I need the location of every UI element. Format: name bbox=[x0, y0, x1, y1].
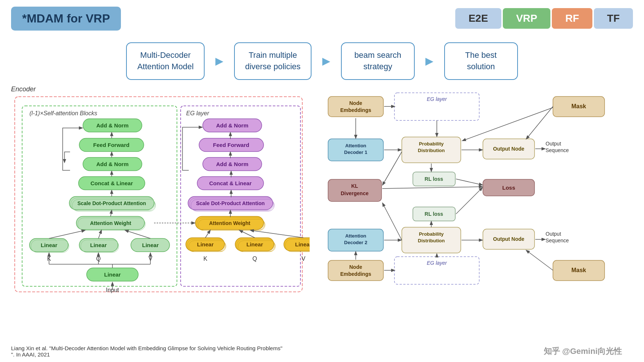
tab-e2e[interactable]: E2E bbox=[455, 8, 501, 29]
svg-text:Concat & Linear: Concat & Linear bbox=[209, 180, 251, 186]
svg-text:Linear: Linear bbox=[104, 271, 121, 277]
svg-text:Scale Dot-Product Attention: Scale Dot-Product Attention bbox=[196, 200, 265, 206]
svg-rect-123 bbox=[328, 260, 383, 281]
svg-text:Probability: Probability bbox=[419, 141, 444, 147]
svg-text:V: V bbox=[302, 255, 306, 261]
page-title: *MDAM for VRP bbox=[11, 7, 121, 31]
svg-text:Divergence: Divergence bbox=[341, 190, 369, 196]
tab-group: E2E VRP RF TF bbox=[455, 8, 633, 29]
svg-text:Distribution: Distribution bbox=[418, 148, 445, 153]
svg-text:Attention: Attention bbox=[345, 143, 366, 148]
tab-vrp[interactable]: VRP bbox=[503, 8, 551, 29]
svg-text:Add & Norm: Add & Norm bbox=[96, 122, 129, 128]
svg-text:K: K bbox=[203, 255, 208, 261]
svg-text:EG layer: EG layer bbox=[427, 96, 448, 102]
svg-text:Linear: Linear bbox=[246, 241, 263, 247]
svg-text:Embeddings: Embeddings bbox=[340, 271, 371, 277]
svg-text:Sequence: Sequence bbox=[546, 238, 569, 243]
svg-rect-3 bbox=[181, 106, 300, 286]
svg-text:Decoder 2: Decoder 2 bbox=[344, 240, 368, 245]
svg-text:Attention: Attention bbox=[345, 233, 366, 239]
svg-text:Mask: Mask bbox=[571, 267, 586, 273]
svg-text:Mask: Mask bbox=[571, 103, 586, 109]
svg-text:Scale Dot-Product Attention: Scale Dot-Product Attention bbox=[77, 200, 146, 206]
svg-text:Node: Node bbox=[349, 100, 362, 106]
flow-box-1: Multi-DecoderAttention Model bbox=[126, 42, 205, 80]
encoder-svg: (l-1)×Self-attention Blocks EG layer Add… bbox=[11, 94, 310, 296]
svg-line-141 bbox=[383, 152, 402, 185]
svg-text:Distribution: Distribution bbox=[418, 238, 445, 243]
svg-line-40 bbox=[49, 230, 85, 238]
svg-line-84 bbox=[240, 230, 255, 238]
svg-text:Add & Norm: Add & Norm bbox=[216, 161, 248, 167]
svg-text:Linear: Linear bbox=[41, 242, 57, 248]
svg-line-41 bbox=[98, 230, 101, 238]
arrow-2: ► bbox=[320, 53, 333, 69]
decoder-diagram: Node Embeddings EG layer Mask Attention … bbox=[317, 85, 644, 295]
encoder-diagram: Encoder (l-1)×Self-attention Blocks EG l… bbox=[11, 85, 310, 295]
svg-text:Node: Node bbox=[349, 264, 362, 270]
svg-text:RL loss: RL loss bbox=[425, 176, 443, 182]
flow-box-4: The bestsolution bbox=[444, 42, 518, 80]
watermark: 知乎 @Gemini向光性 bbox=[544, 346, 622, 357]
svg-line-83 bbox=[205, 230, 210, 238]
citation: Liang Xin et al. "Multi-Decoder Attentio… bbox=[11, 345, 282, 358]
top-bar: *MDAM for VRP E2E VRP RF TF bbox=[0, 0, 644, 37]
arrow-1: ► bbox=[213, 53, 226, 69]
svg-text:Output: Output bbox=[546, 141, 561, 147]
svg-line-136 bbox=[526, 106, 553, 139]
svg-text:Linear: Linear bbox=[90, 242, 107, 248]
decoder-svg: Node Embeddings EG layer Mask Attention … bbox=[317, 85, 644, 292]
svg-text:Linear: Linear bbox=[142, 242, 159, 248]
tab-tf[interactable]: TF bbox=[594, 8, 633, 29]
encoder-label: Encoder bbox=[11, 85, 310, 93]
svg-text:RL loss: RL loss bbox=[425, 211, 443, 217]
svg-text:KL: KL bbox=[351, 183, 358, 189]
svg-line-85 bbox=[251, 230, 303, 238]
flow-box-2: Train multiplediverse policies bbox=[234, 42, 311, 80]
svg-text:Add & Norm: Add & Norm bbox=[216, 122, 248, 128]
svg-line-42 bbox=[125, 230, 150, 238]
svg-text:Feed Forward: Feed Forward bbox=[93, 141, 129, 148]
svg-text:Attention Weight: Attention Weight bbox=[90, 220, 131, 226]
svg-text:(l-1)×Self-attention Blocks: (l-1)×Self-attention Blocks bbox=[29, 110, 97, 116]
svg-line-143 bbox=[456, 188, 482, 214]
tab-rf[interactable]: RF bbox=[552, 8, 592, 29]
svg-line-140 bbox=[382, 187, 482, 189]
svg-text:Feed Forward: Feed Forward bbox=[213, 141, 249, 148]
svg-text:Linear: Linear bbox=[295, 241, 310, 247]
svg-text:Output: Output bbox=[546, 231, 561, 237]
diagram-area: Encoder (l-1)×Self-attention Blocks EG l… bbox=[0, 85, 644, 295]
svg-text:Concat & Linear: Concat & Linear bbox=[90, 180, 133, 186]
svg-text:EG layer: EG layer bbox=[186, 110, 209, 116]
svg-text:Q: Q bbox=[253, 255, 257, 261]
svg-text:Attention Weight: Attention Weight bbox=[209, 220, 250, 226]
svg-text:Loss: Loss bbox=[502, 184, 515, 191]
svg-rect-87 bbox=[328, 96, 383, 117]
svg-text:Output Node: Output Node bbox=[493, 146, 525, 152]
svg-text:Add & Norm: Add & Norm bbox=[96, 161, 129, 167]
flow-box-3: beam searchstrategy bbox=[341, 42, 415, 80]
svg-line-148 bbox=[526, 250, 553, 270]
svg-line-137 bbox=[463, 108, 553, 141]
svg-text:Output Node: Output Node bbox=[493, 236, 525, 242]
arrow-3: ► bbox=[423, 53, 436, 69]
svg-text:Decoder 1: Decoder 1 bbox=[344, 150, 368, 155]
svg-line-142 bbox=[383, 203, 402, 240]
svg-text:Probability: Probability bbox=[419, 231, 444, 237]
svg-text:Sequence: Sequence bbox=[546, 147, 569, 153]
svg-text:EG layer: EG layer bbox=[427, 260, 448, 266]
svg-line-139 bbox=[456, 179, 482, 185]
flow-row: Multi-DecoderAttention Model ► Train mul… bbox=[0, 39, 644, 84]
svg-text:Linear: Linear bbox=[197, 241, 213, 247]
svg-text:Embeddings: Embeddings bbox=[340, 107, 371, 113]
